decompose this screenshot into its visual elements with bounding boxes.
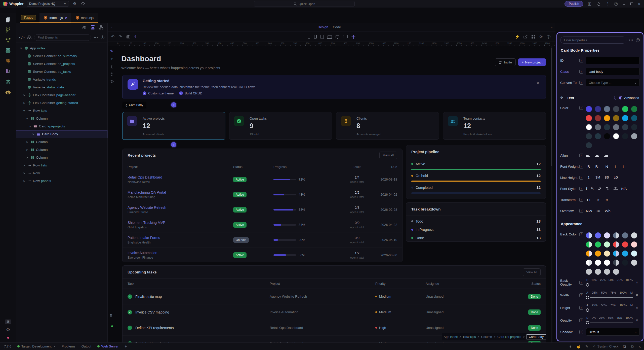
tick-label[interactable]: 50% <box>608 316 613 319</box>
info-icon[interactable]: i <box>579 176 583 180</box>
layout-columns-icon[interactable]: ◫ <box>587 1 592 7</box>
project-link[interactable]: Agency Website Refresh <box>128 205 233 209</box>
tick-label[interactable]: 25% <box>599 316 605 319</box>
device-tablet-icon[interactable] <box>320 35 324 39</box>
tick-label[interactable]: 25% <box>600 278 606 282</box>
credits-badge[interactable]: 25 <box>5 320 11 324</box>
back-color-swatch[interactable] <box>595 241 601 248</box>
info-icon[interactable]: i <box>579 81 583 85</box>
back-color-swatch[interactable] <box>586 251 592 257</box>
code-view-icon[interactable]: </> <box>19 36 25 39</box>
tick-label[interactable]: D <box>586 278 588 282</box>
color-swatch[interactable] <box>586 106 592 112</box>
slider-control[interactable] <box>586 296 633 299</box>
table-row[interactable]: ✓Invoice CSV mappingInvoice AutomationMe… <box>123 304 546 320</box>
color-swatch[interactable] <box>622 106 628 112</box>
color-swatch[interactable] <box>586 133 592 139</box>
color-swatch[interactable] <box>595 133 601 139</box>
table-row[interactable]: Shipment Tracking MVPOrbit LogisticsActi… <box>123 217 402 232</box>
back-color-swatch[interactable] <box>604 251 610 257</box>
maximize-button[interactable] <box>630 3 633 5</box>
slider-control[interactable] <box>586 308 633 312</box>
font-weight-option-n[interactable]: N <box>604 164 610 169</box>
script-hand-icon[interactable] <box>605 187 610 191</box>
tree-item-sc_tasks[interactable]: Server Connectsc_tasks <box>16 68 107 76</box>
screenshot-camera-icon[interactable] <box>126 35 130 39</box>
pages-panel-icon[interactable] <box>3 15 13 25</box>
layers-icon[interactable] <box>3 77 13 87</box>
tab-pages[interactable]: Pages <box>20 13 39 23</box>
system-check-button[interactable]: ✓System Check <box>593 344 619 348</box>
web-server-button[interactable]: Web Server <box>97 344 118 348</box>
info-icon[interactable]: i <box>579 154 583 157</box>
color-swatch[interactable] <box>604 124 610 130</box>
device-desktop-icon[interactable] <box>336 35 339 38</box>
info-icon[interactable]: i <box>579 232 583 236</box>
info-icon[interactable]: i <box>579 293 583 297</box>
invite-button[interactable]: Invite <box>495 58 516 66</box>
color-swatch[interactable] <box>631 133 637 139</box>
device-phone-large-icon[interactable] <box>314 35 317 39</box>
device-laptop-icon[interactable] <box>328 35 332 38</box>
project-selector[interactable]: Demo Projects HQ ▼ <box>27 1 69 7</box>
tree-item-column[interactable]: >Column <box>16 138 107 146</box>
project-link[interactable]: Patient Intake Forms <box>128 236 233 240</box>
tick-label[interactable]: M <box>630 304 633 307</box>
id-input[interactable] <box>586 57 640 64</box>
dark-mode-moon-icon[interactable]: ☾ <box>134 34 138 39</box>
tick-label[interactable]: 100% <box>626 316 633 319</box>
font-weight-option-l[interactable]: L <box>613 164 619 169</box>
node-graph-icon[interactable] <box>3 35 13 45</box>
tree-item-panels[interactable]: >Rowpanels <box>16 177 107 185</box>
problems-button[interactable]: Problems <box>62 344 75 348</box>
back-color-swatch[interactable] <box>604 232 610 238</box>
help-icon[interactable]: ? <box>636 38 640 42</box>
project-link[interactable]: Invoice Automation <box>128 251 233 255</box>
back-color-swatch[interactable] <box>631 260 637 266</box>
color-swatch[interactable] <box>613 115 619 121</box>
share-export-icon[interactable] <box>524 35 528 39</box>
breadcrumb-segment[interactable]: Card Body <box>527 334 546 339</box>
bug-debug-icon[interactable]: ⌬ <box>631 344 634 348</box>
undo-icon[interactable]: ↶ <box>111 34 114 39</box>
align-right-icon[interactable] <box>603 154 608 157</box>
back-color-swatch[interactable] <box>595 232 601 238</box>
components-icon[interactable] <box>27 36 31 39</box>
slider-knob[interactable] <box>586 321 589 324</box>
view-all-button[interactable]: View all <box>379 152 397 159</box>
collapse-left-icon[interactable]: « <box>111 25 113 29</box>
eraser-icon[interactable]: ◪ <box>623 344 626 348</box>
back-color-swatch[interactable] <box>613 260 619 266</box>
color-swatch[interactable] <box>604 106 610 112</box>
color-swatch[interactable] <box>613 124 619 130</box>
view-all-button[interactable]: View all <box>523 268 541 276</box>
tick-label[interactable]: 0% <box>592 316 596 319</box>
project-link[interactable]: Shipment Tracking MVP <box>128 221 233 225</box>
tick-label[interactable]: 100% <box>626 278 633 282</box>
line-height-option-bs[interactable]: BS <box>604 176 610 179</box>
tree-item-lists[interactable]: >Rowlists <box>16 161 107 169</box>
back-color-swatch[interactable] <box>595 269 601 275</box>
color-swatch[interactable] <box>613 106 619 112</box>
add-element-button[interactable]: + <box>171 142 176 147</box>
color-swatch[interactable] <box>595 124 601 130</box>
font-weight-option-b[interactable]: B+ <box>595 164 600 169</box>
color-swatch[interactable] <box>586 124 592 130</box>
color-swatch[interactable] <box>613 133 619 139</box>
actions-bolt-icon[interactable]: ⚡ <box>515 34 520 39</box>
tick-label[interactable]: 50% <box>601 291 607 294</box>
back-color-swatch[interactable] <box>586 241 592 248</box>
tick-label[interactable]: 50% <box>609 278 614 282</box>
breadcrumb-segment[interactable]: Column <box>481 335 492 339</box>
target-selector[interactable]: Target: Development ▼ <box>17 344 56 348</box>
info-icon[interactable]: i <box>579 106 583 110</box>
table-row[interactable]: Invoice AutomationEvergreen FinanceActiv… <box>123 248 402 263</box>
chevron-closed-icon[interactable]: > <box>25 141 30 144</box>
device-monitor-icon[interactable] <box>343 35 348 38</box>
help-icon[interactable]: ? <box>547 35 550 39</box>
color-swatch[interactable] <box>631 115 637 121</box>
chevron-closed-icon[interactable]: > <box>22 101 27 104</box>
transform-option-tt[interactable]: tt <box>604 198 610 202</box>
transform-option-tt[interactable]: Tt <box>595 198 600 202</box>
clear-icon[interactable]: × <box>634 318 640 322</box>
